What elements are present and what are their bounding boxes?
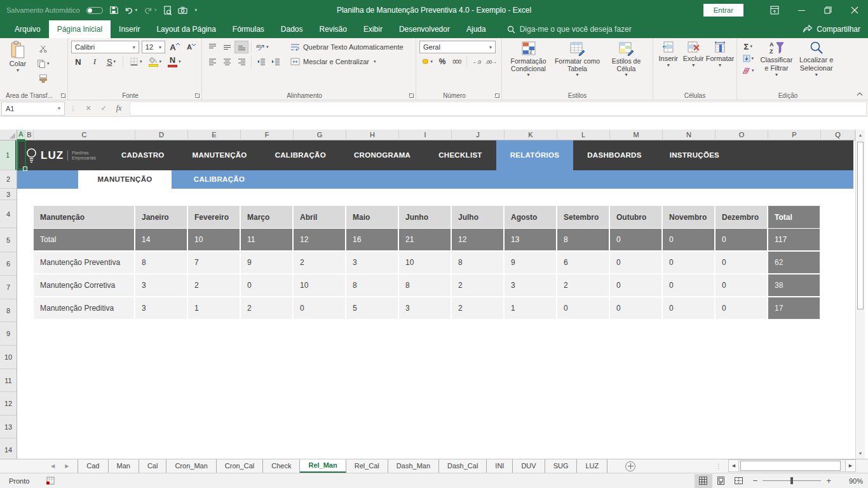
ribbon-tab-ajuda[interactable]: Ajuda (458, 20, 494, 38)
comma-style-button[interactable]: 000 (450, 55, 464, 68)
table-row-label-manutenc-a-o-corretiva[interactable]: Manutenção Corretiva (34, 274, 135, 297)
share-button[interactable]: Compartilhar (803, 20, 860, 38)
tabbar-grip[interactable]: ⋮ (715, 459, 722, 473)
align-left-button[interactable] (205, 55, 219, 68)
font-dialog-launcher[interactable] (195, 93, 200, 98)
table-cell[interactable]: 3 (135, 297, 188, 320)
table-header-junho[interactable]: Junho (399, 206, 452, 229)
print-preview-icon[interactable] (163, 6, 172, 15)
table-cell[interactable]: 0 (610, 297, 663, 320)
zoom-out-button[interactable]: − (748, 476, 763, 485)
alignment-dialog-launcher[interactable] (409, 93, 414, 98)
page-break-view-button[interactable] (730, 474, 748, 488)
accounting-format-button[interactable] (419, 55, 435, 68)
row-header-10[interactable]: 10 (0, 346, 17, 369)
table-cell[interactable]: 16 (346, 229, 399, 252)
table-cell[interactable]: 3 (346, 252, 399, 274)
zoom-level[interactable]: 90% (840, 477, 863, 485)
format-as-table-button[interactable]: Formatar como Tabela (554, 41, 600, 78)
table-cell[interactable]: 0 (715, 297, 768, 320)
align-middle-button[interactable] (220, 41, 234, 53)
table-cell[interactable]: 14 (135, 229, 188, 252)
row-header-12[interactable]: 12 (0, 392, 17, 416)
table-header-janeiro[interactable]: Janeiro (135, 206, 188, 229)
merge-center-button[interactable]: Mesclar e Centralizar (290, 55, 403, 68)
table-cell[interactable]: 2 (452, 297, 505, 320)
column-header-J[interactable]: J (452, 130, 505, 140)
row-header-3[interactable]: 3 (0, 189, 17, 200)
nav-item-instruc-o-es[interactable]: INSTRUÇÕES (656, 140, 733, 170)
sheet-nav-left-icon[interactable]: ◀ (51, 463, 55, 469)
format-cells-dropdown[interactable] (719, 63, 721, 68)
table-cell[interactable]: 8 (135, 252, 188, 274)
find-select-button[interactable]: Localizar e Selecionar (797, 41, 836, 78)
row-header-14[interactable]: 14 (0, 438, 17, 461)
insert-cells-dropdown[interactable] (667, 63, 670, 68)
column-header-C[interactable]: C (34, 130, 135, 140)
ribbon-tab-fo-rmulas[interactable]: Fórmulas (224, 20, 273, 38)
table-header-abril[interactable]: Abril (294, 206, 346, 229)
table-cell-total[interactable]: 117 (768, 229, 821, 252)
ribbon-tab-inserir[interactable]: Inserir (111, 20, 148, 38)
shrink-font-button[interactable]: A (184, 41, 198, 53)
autosave-toggle[interactable] (86, 7, 103, 14)
align-bottom-button[interactable] (234, 41, 248, 53)
paste-button[interactable]: Colar (3, 41, 32, 85)
table-cell[interactable]: 0 (610, 229, 663, 252)
table-header-fevereiro[interactable]: Fevereiro (188, 206, 241, 229)
undo-icon[interactable] (125, 6, 138, 14)
grow-font-button[interactable]: A (168, 41, 182, 53)
sort-filter-button[interactable]: A Z Classificar e Filtrar (759, 41, 795, 78)
conditional-formatting-button[interactable]: ≠ Formatação Condicional (505, 41, 552, 78)
table-cell[interactable]: 0 (663, 274, 715, 297)
table-cell[interactable]: 0 (715, 229, 768, 252)
column-header-K[interactable]: K (505, 130, 557, 140)
table-header-marc-o[interactable]: Março (241, 206, 294, 229)
align-center-button[interactable] (220, 55, 234, 68)
delete-cells-dropdown[interactable] (692, 63, 695, 68)
table-cell[interactable]: 2 (188, 274, 241, 297)
table-cell-total[interactable]: 62 (768, 252, 821, 274)
autosum-button[interactable]: Σ (740, 41, 756, 52)
table-cell[interactable]: 3 (135, 274, 188, 297)
italic-button[interactable]: I (88, 55, 102, 68)
nav-item-relato-rios[interactable]: RELATÓRIOS (496, 140, 574, 170)
bold-button[interactable]: N (71, 55, 85, 68)
sheet-tab-rel-cal[interactable]: Rel_Cal (346, 459, 388, 473)
macro-record-icon[interactable] (46, 477, 55, 485)
table-cell[interactable]: 0 (663, 229, 715, 252)
column-header-N[interactable]: N (663, 130, 715, 140)
vertical-scroll-thumb[interactable] (857, 142, 864, 309)
align-top-button[interactable] (205, 41, 219, 53)
nav-item-dashboards[interactable]: DASHBOARDS (573, 140, 655, 170)
tell-me-search[interactable]: Diga-me o que você deseja fazer (507, 20, 632, 38)
number-dialog-launcher[interactable] (495, 93, 499, 98)
table-cell[interactable]: 3 (505, 274, 557, 297)
clear-button[interactable] (740, 65, 756, 76)
name-box[interactable]: A1 (1, 102, 65, 116)
table-header-agosto[interactable]: Agosto (505, 206, 557, 229)
table-cell[interactable]: 1 (505, 297, 557, 320)
normal-view-button[interactable] (695, 474, 712, 488)
formula-input[interactable] (130, 102, 867, 116)
table-cell[interactable]: 6 (557, 252, 610, 274)
subnav-tab-calibrac-a-o[interactable]: CALIBRAÇÃO (172, 170, 267, 189)
copy-button[interactable] (35, 57, 51, 70)
percent-style-button[interactable]: % (435, 55, 449, 68)
font-size-select[interactable]: 12 (142, 41, 165, 53)
table-cell[interactable]: 9 (241, 252, 294, 274)
column-header-I[interactable]: I (399, 130, 452, 140)
nav-item-calibrac-a-o[interactable]: CALIBRAÇÃO (261, 140, 340, 170)
insert-function-icon[interactable]: fx (112, 102, 126, 115)
decrease-decimal-button[interactable]: ,00→ (484, 55, 498, 68)
sheet-tab-cad[interactable]: Cad (78, 459, 108, 473)
font-name-select[interactable]: Calibri (71, 41, 139, 53)
table-cell[interactable]: 2 (557, 274, 610, 297)
table-header-maio[interactable]: Maio (346, 206, 399, 229)
table-cell[interactable]: 12 (452, 229, 505, 252)
row-header-2[interactable]: 2 (0, 170, 17, 189)
table-header-setembro[interactable]: Setembro (557, 206, 610, 229)
scroll-up-arrow[interactable]: ▲ (856, 130, 865, 140)
new-sheet-button[interactable] (625, 461, 635, 471)
decrease-indent-button[interactable] (254, 55, 268, 68)
